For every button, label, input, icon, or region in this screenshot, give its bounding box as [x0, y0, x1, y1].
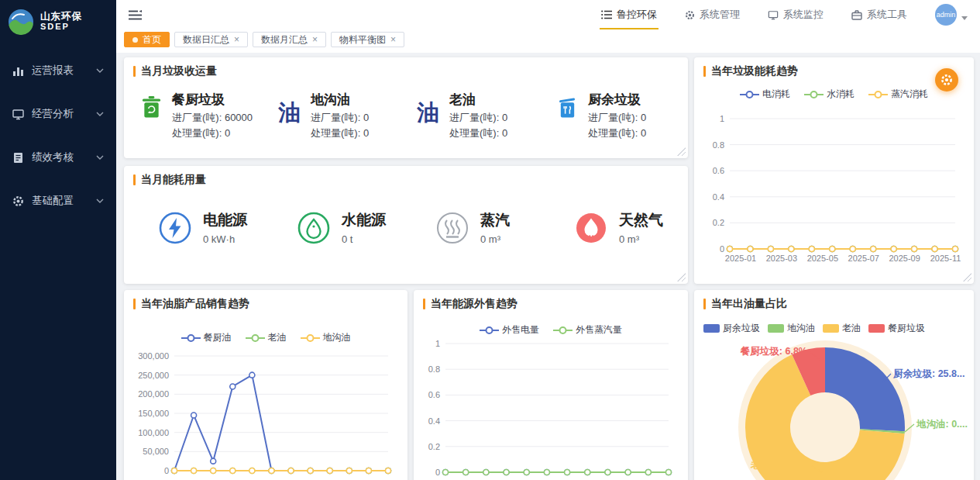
- toolbox-icon: [851, 10, 862, 20]
- gear-icon: [685, 10, 695, 20]
- svg-text:0.8: 0.8: [713, 140, 724, 150]
- card-title: 当年出油量占比: [694, 290, 974, 311]
- resize-handle[interactable]: [677, 273, 686, 281]
- chart-legend: 电消耗水消耗蒸汽消耗: [694, 88, 974, 101]
- nav-item-lukong[interactable]: 鲁控环保: [601, 0, 657, 29]
- tab-daily-summary[interactable]: 数据日汇总 ×: [174, 32, 248, 47]
- card-title-text: 当年能源外售趋势: [431, 297, 518, 311]
- nav-item-system-monitor[interactable]: 系统监控: [768, 0, 824, 29]
- svg-text:250,000: 250,000: [138, 371, 169, 380]
- legend-item[interactable]: 地沟油: [301, 331, 351, 344]
- close-icon[interactable]: ×: [390, 35, 396, 44]
- sidebar-item-operations-report[interactable]: 运营报表: [0, 49, 116, 92]
- close-icon[interactable]: ×: [234, 35, 239, 44]
- waste-intake-card: 当月垃圾收运量 餐厨垃圾 进厂量(吨): 60000 处理量(吨): 0: [124, 57, 688, 158]
- legend-item[interactable]: 地沟油: [768, 322, 815, 335]
- legend-item[interactable]: 外售电量: [480, 323, 539, 337]
- svg-text:2025-05: 2025-05: [807, 254, 838, 263]
- stat-gutter-oil: 油 地沟油 进厂量(吨): 0 处理量(吨): 0: [267, 91, 406, 140]
- legend-item[interactable]: 餐厨油: [181, 331, 232, 344]
- sidebar-menu: 运营报表 经营分析 绩效考核 基础配置: [0, 43, 116, 223]
- title-accent-bar: [133, 299, 136, 309]
- tab-material-balance[interactable]: 物料平衡图 ×: [331, 32, 404, 47]
- legend-item[interactable]: 老油: [246, 331, 287, 344]
- nav-item-label: 系统管理: [700, 8, 740, 22]
- close-icon[interactable]: ×: [312, 35, 318, 44]
- title-accent-bar: [133, 66, 136, 77]
- nav-item-system-tools[interactable]: 系统工具: [851, 0, 907, 29]
- stat-processed: 处理量(吨): 0: [311, 126, 369, 141]
- svg-text:餐厨垃圾: 6.8%: 餐厨垃圾: 6.8%: [740, 346, 807, 357]
- stat-old-oil: 油 老油 进厂量(吨): 0 处理量(吨): 0: [406, 91, 545, 140]
- stat-intake: 进厂量(吨): 60000: [172, 110, 253, 126]
- stat-name: 厨余垃圾: [588, 91, 646, 109]
- title-accent-bar: [133, 174, 136, 185]
- legend-item[interactable]: 水消耗: [804, 88, 854, 101]
- svg-text:300,000: 300,000: [138, 351, 169, 361]
- brand-logo: 山东环保 SDEP: [0, 0, 116, 43]
- card-title: 当年垃圾能耗趋势: [694, 57, 974, 78]
- svg-text:0.6: 0.6: [713, 166, 724, 175]
- svg-text:0.8: 0.8: [428, 364, 440, 374]
- sidebar-item-performance-review[interactable]: 绩效考核: [0, 136, 116, 179]
- stat-name: 老油: [449, 91, 507, 109]
- svg-text:0.2: 0.2: [713, 218, 724, 227]
- energy-gas: 天然气0 m³: [545, 210, 683, 245]
- legend-item[interactable]: 餐厨垃圾: [868, 322, 925, 335]
- chevron-down-icon: [96, 199, 104, 203]
- avatar: admin: [935, 4, 957, 26]
- title-accent-bar: [423, 299, 425, 309]
- resize-handle[interactable]: [963, 273, 971, 281]
- chevron-down-icon: [96, 112, 104, 116]
- electric-icon: [158, 211, 192, 245]
- chart-settings-button[interactable]: [935, 68, 958, 92]
- svg-text:地沟油: 0....: 地沟油: 0....: [916, 419, 968, 430]
- svg-text:100,000: 100,000: [138, 428, 169, 437]
- svg-text:0.4: 0.4: [713, 192, 724, 202]
- bar-chart-icon: [12, 65, 24, 77]
- sidebar-collapse-icon[interactable]: [129, 10, 142, 20]
- title-accent-bar: [703, 66, 706, 77]
- svg-text:0: 0: [435, 468, 440, 477]
- gear-icon: [940, 73, 954, 87]
- line-chart: 10.80.60.40.202025-012025-032025-052025-…: [694, 102, 974, 268]
- card-title: 当月垃圾收运量: [124, 57, 688, 78]
- active-dot-icon: [132, 37, 138, 43]
- tab-home[interactable]: 首页: [124, 32, 170, 47]
- sidebar-item-basic-config[interactable]: 基础配置: [0, 179, 116, 223]
- card-title-text: 当年油脂产品销售趋势: [141, 297, 249, 311]
- sidebar-item-label: 运营报表: [32, 64, 74, 78]
- card-title-text: 当月垃圾收运量: [141, 64, 217, 78]
- legend-item[interactable]: 老油: [823, 322, 861, 335]
- tab-label: 首页: [143, 33, 161, 47]
- legend-item[interactable]: 电消耗: [740, 88, 790, 101]
- stat-processed: 处理量(吨): 0: [172, 126, 253, 141]
- energy-usage-card: 当月能耗用量 电能源0 kW·h 水能源0 t 蒸汽0 m³: [124, 166, 688, 284]
- energy-water: 水能源0 t: [267, 210, 406, 245]
- tab-label: 数据月汇总: [261, 33, 308, 47]
- legend-item[interactable]: 蒸汽消耗: [868, 88, 928, 101]
- energy-sales-chart-card: 当年能源外售趋势 外售电量外售蒸汽量 10.80.60.40.20: [414, 290, 688, 480]
- card-title-text: 当年垃圾能耗趋势: [711, 64, 798, 78]
- title-accent-bar: [703, 299, 706, 309]
- user-menu[interactable]: admin: [935, 4, 968, 26]
- tab-monthly-summary[interactable]: 数据月汇总 ×: [253, 32, 326, 47]
- svg-text:1: 1: [720, 114, 724, 123]
- stat-food-waste: 厨余垃圾 进厂量(吨): 0 处理量(吨): 0: [545, 91, 683, 140]
- svg-text:老油: 66.93%: 老油: 66.93%: [750, 460, 809, 471]
- stat-kitchen-waste: 餐厨垃圾 进厂量(吨): 60000 处理量(吨): 0: [129, 91, 267, 140]
- app-root: 山东环保 SDEP 运营报表 经营分析 绩效考核 基础配置: [0, 0, 980, 480]
- monitor-icon: [768, 10, 779, 20]
- nav-item-system-management[interactable]: 系统管理: [685, 0, 740, 29]
- card-title-text: 当年出油量占比: [711, 297, 787, 311]
- legend-item[interactable]: 厨余垃圾: [703, 322, 760, 335]
- legend-item[interactable]: 外售蒸汽量: [553, 323, 622, 337]
- brand-name-en: SDEP: [40, 22, 82, 31]
- resize-handle[interactable]: [677, 147, 686, 156]
- svg-text:0.4: 0.4: [428, 416, 440, 426]
- tab-bar: 首页 数据日汇总 × 数据月汇总 × 物料平衡图 ×: [116, 29, 980, 53]
- svg-text:0.2: 0.2: [428, 442, 440, 451]
- sidebar-item-business-analysis[interactable]: 经营分析: [0, 92, 116, 136]
- list-icon: [601, 10, 612, 19]
- svg-text:0: 0: [164, 466, 169, 475]
